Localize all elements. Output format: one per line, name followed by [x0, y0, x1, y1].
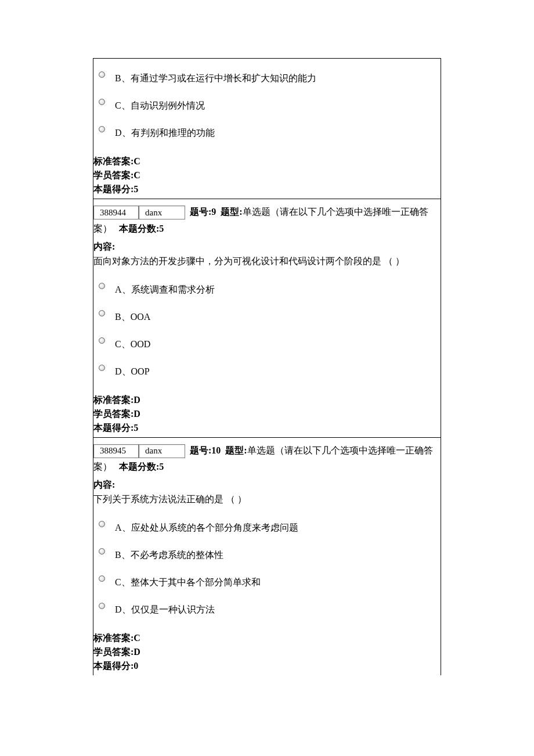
score-value: 0 — [134, 661, 138, 671]
option-row[interactable]: B、不必考虑系统的整体性 — [96, 541, 436, 568]
standard-answer-label: 标准答案: — [93, 156, 134, 166]
student-answer-value: D — [134, 647, 140, 657]
radio-icon[interactable] — [99, 365, 105, 371]
student-answer-label: 学员答案: — [93, 647, 134, 657]
radio-icon[interactable] — [99, 521, 105, 527]
question-points-value: 5 — [159, 462, 164, 471]
radio-icon[interactable] — [99, 575, 105, 582]
question-block: 题号:10 题型:单选题（请在以下几个选项中选择唯一正确答案） 本题分数:5 内… — [93, 437, 441, 676]
option-row[interactable]: A、应处处从系统的各个部分角度来考虑问题 — [96, 514, 436, 541]
option-row[interactable]: C、整体大于其中各个部分简单求和 — [96, 568, 436, 596]
answers-block: 标准答案:C 学员答案:C 本题得分:5 — [93, 152, 439, 199]
radio-icon[interactable] — [99, 310, 105, 316]
student-answer-value: D — [134, 409, 140, 419]
option-label: B、不必考虑系统的整体性 — [115, 548, 436, 561]
student-answer-label: 学员答案: — [93, 409, 134, 419]
answers-block: 标准答案:C 学员答案:D 本题得分:0 — [93, 629, 439, 675]
option-label: C、整体大于其中各个部分简单求和 — [115, 575, 436, 589]
question-type-input[interactable] — [139, 444, 185, 458]
option-label: C、自动识别例外情况 — [115, 99, 436, 112]
option-label: B、有通过学习或在运行中增长和扩大知识的能力 — [115, 71, 436, 85]
standard-answer-label: 标准答案: — [93, 633, 134, 643]
option-label: C、OOD — [115, 337, 436, 351]
option-row[interactable]: B、OOA — [96, 303, 436, 330]
option-row[interactable]: C、OOD — [96, 330, 436, 358]
score-value: 5 — [134, 184, 138, 194]
option-row[interactable]: C、自动识别例外情况 — [96, 92, 436, 119]
score-label: 本题得分: — [93, 423, 134, 433]
option-row[interactable]: D、仅仅是一种认识方法 — [96, 596, 436, 623]
content-body: 下列关于系统方法说法正确的是 （ ） — [93, 492, 439, 508]
option-label: A、应处处从系统的各个部分角度来考虑问题 — [115, 521, 436, 534]
radio-icon[interactable] — [99, 337, 105, 344]
question-type-input[interactable] — [139, 206, 185, 219]
options-list: A、应处处从系统的各个部分角度来考虑问题 B、不必考虑系统的整体性 C、整体大于… — [93, 508, 439, 629]
question-id-input[interactable] — [93, 206, 139, 219]
question-header: 题号:9 题型:单选题（请在以下几个选项中选择唯一正确答案） 本题分数:5 — [93, 199, 439, 240]
option-label: D、仅仅是一种认识方法 — [115, 603, 436, 616]
question-number-label: 题号: — [190, 207, 211, 217]
option-row[interactable]: D、有判别和推理的功能 — [96, 119, 436, 146]
question-number-label: 题号: — [190, 445, 211, 455]
question-points-label: 本题分数: — [119, 224, 159, 233]
option-label: A、系统调查和需求分析 — [115, 283, 436, 296]
option-label: D、有判别和推理的功能 — [115, 126, 436, 139]
question-type-label: 题型: — [225, 445, 247, 455]
student-answer-label: 学员答案: — [93, 170, 134, 180]
question-block: B、有通过学习或在运行中增长和扩大知识的能力 C、自动识别例外情况 D、有判别和… — [93, 58, 441, 199]
standard-answer-value: D — [134, 395, 140, 405]
standard-answer-value: C — [134, 633, 140, 643]
question-type-label: 题型: — [221, 207, 242, 217]
options-list: A、系统调查和需求分析 B、OOA C、OOD D、OOP — [93, 270, 439, 391]
student-answer-value: C — [134, 170, 140, 180]
score-value: 5 — [134, 423, 138, 433]
question-points-label: 本题分数: — [119, 462, 159, 471]
content-label: 内容: — [93, 478, 439, 492]
answers-block: 标准答案:D 学员答案:D 本题得分:5 — [93, 391, 439, 437]
radio-icon[interactable] — [99, 548, 105, 555]
content-label: 内容: — [93, 240, 439, 254]
content-body: 面向对象方法的开发步骤中，分为可视化设计和代码设计两个阶段的是 （ ） — [93, 254, 439, 270]
question-id-input[interactable] — [93, 444, 139, 458]
question-number-value: 9 — [211, 207, 216, 217]
standard-answer-label: 标准答案: — [93, 395, 134, 405]
question-header: 题号:10 题型:单选题（请在以下几个选项中选择唯一正确答案） 本题分数:5 — [93, 438, 439, 478]
options-list: B、有通过学习或在运行中增长和扩大知识的能力 C、自动识别例外情况 D、有判别和… — [93, 59, 439, 152]
radio-icon[interactable] — [99, 283, 105, 289]
radio-icon[interactable] — [99, 603, 105, 609]
option-row[interactable]: D、OOP — [96, 358, 436, 385]
score-label: 本题得分: — [93, 184, 134, 194]
radio-icon[interactable] — [99, 126, 105, 132]
radio-icon[interactable] — [99, 99, 105, 105]
option-label: D、OOP — [115, 365, 436, 378]
score-label: 本题得分: — [93, 661, 134, 671]
radio-icon[interactable] — [99, 71, 105, 78]
question-points-value: 5 — [159, 224, 164, 233]
option-label: B、OOA — [115, 310, 436, 323]
question-number-value: 10 — [211, 445, 221, 455]
option-row[interactable]: A、系统调查和需求分析 — [96, 276, 436, 303]
standard-answer-value: C — [134, 156, 140, 166]
question-block: 题号:9 题型:单选题（请在以下几个选项中选择唯一正确答案） 本题分数:5 内容… — [93, 199, 441, 437]
option-row[interactable]: B、有通过学习或在运行中增长和扩大知识的能力 — [96, 64, 436, 92]
